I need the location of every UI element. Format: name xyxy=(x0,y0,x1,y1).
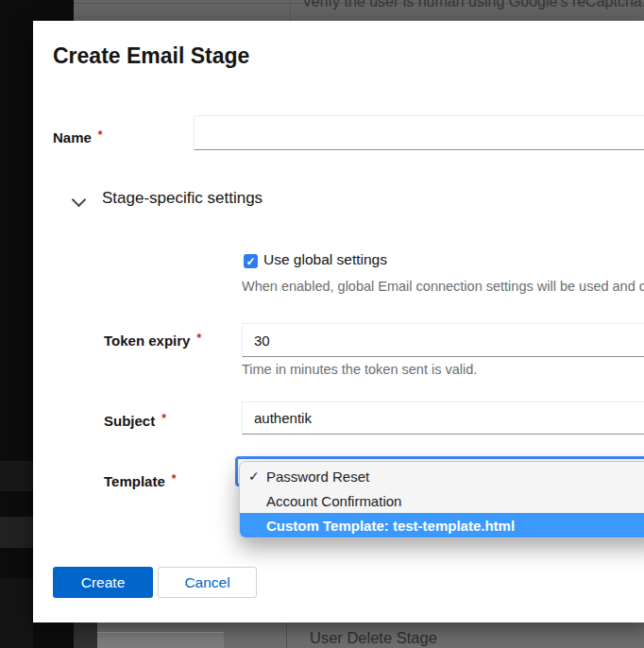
create-button[interactable]: Create xyxy=(53,567,153,598)
use-global-settings-help: When enabled, global Email connection se… xyxy=(242,279,644,294)
modal-title: Create Email Stage xyxy=(53,43,249,69)
required-asterisk: * xyxy=(196,332,201,345)
check-icon: ✓ xyxy=(248,469,266,484)
token-expiry-help: Time in minutes the token sent is valid. xyxy=(242,362,477,377)
subject-label: Subject* xyxy=(104,412,166,429)
menu-item-custom-template[interactable]: Custom Template: test-template.html xyxy=(240,513,644,537)
screen: Verify the user is human using Google's … xyxy=(0,0,644,648)
menu-item-password-reset[interactable]: ✓ Password Reset xyxy=(240,464,644,488)
table-column-divider xyxy=(286,622,287,648)
token-expiry-label: Token expiry* xyxy=(104,332,201,349)
use-global-settings-checkbox[interactable]: ✓ xyxy=(244,254,258,268)
create-email-stage-modal: Create Email Stage Name* Stage-specific … xyxy=(33,21,644,622)
subject-input[interactable] xyxy=(242,401,644,435)
use-global-settings-label[interactable]: Use global settings xyxy=(263,251,387,268)
template-label: Template* xyxy=(104,472,176,489)
sidebar-item-dimmed xyxy=(0,578,33,648)
background-table-row-top: Verify the user is human using Google's … xyxy=(74,0,644,21)
sidebar-item-dimmed xyxy=(0,517,33,548)
required-asterisk: * xyxy=(98,128,103,142)
required-asterisk: * xyxy=(172,472,177,486)
background-table-cell xyxy=(97,632,224,648)
stage-specific-settings-toggle[interactable]: Stage-specific settings xyxy=(102,189,263,208)
check-icon: ✓ xyxy=(246,256,255,267)
name-input[interactable] xyxy=(194,115,644,150)
name-label: Name* xyxy=(53,128,103,145)
menu-item-account-confirmation[interactable]: Account Confirmation xyxy=(240,488,644,513)
required-asterisk: * xyxy=(161,412,166,425)
background-row-text: User Delete Stage xyxy=(310,629,437,647)
chevron-down-icon[interactable] xyxy=(72,193,87,208)
cancel-button[interactable]: Cancel xyxy=(158,567,257,598)
sidebar-item-dimmed xyxy=(0,461,33,491)
template-dropdown-menu: ✓ Password Reset Account Confirmation Cu… xyxy=(239,461,644,538)
background-edge xyxy=(74,622,97,648)
token-expiry-input[interactable] xyxy=(242,323,644,357)
background-row-text: Verify the user is human using Google's … xyxy=(302,0,644,10)
table-column-divider xyxy=(290,0,291,21)
